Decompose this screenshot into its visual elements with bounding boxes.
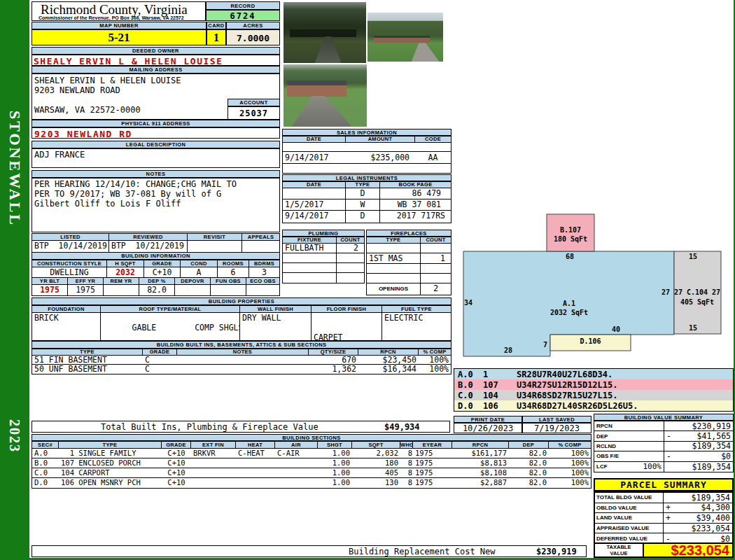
bi-row-comp: 100% xyxy=(419,365,451,374)
rooms-header: ROOMS xyxy=(218,260,249,267)
sqft-cell: 2,032 xyxy=(352,449,400,458)
fireplace-type xyxy=(367,264,421,274)
vs-value: $41,565 xyxy=(671,431,731,441)
dep-cell: 82.0 xyxy=(509,478,549,488)
dep-header: DEP % xyxy=(139,278,175,285)
hsqft-header: H SQFT xyxy=(107,260,144,267)
li-book-header: BOOK PAGE xyxy=(380,182,451,188)
bi-row-grade: C xyxy=(143,365,177,374)
revisit-value xyxy=(188,241,242,252)
plumbing-fixture-header: FIXTURE xyxy=(283,237,337,244)
built-ins-total-box: Total Built Ins, Plumbing & Fireplace Va… xyxy=(31,421,450,433)
replacement-cost-box: Building Replacement Cost New $230,919 xyxy=(31,545,587,557)
wall-finish-header: WALL FINISH xyxy=(240,306,312,313)
roof-type: GABLE xyxy=(132,323,157,332)
vs-value: $0 xyxy=(671,451,731,461)
notes-box: PER HEARING 12/14/10: CHANGE;CHG MAIL TO… xyxy=(31,178,280,232)
sketch-dim-68: 68 xyxy=(561,253,578,260)
fireplace-count xyxy=(421,244,451,253)
ps-value: $39,400 xyxy=(671,513,730,523)
openings-count: 2 xyxy=(421,284,451,295)
bi-notes-header: NOTES xyxy=(177,349,309,356)
bi-row-type: 51 FIN BASEMENT xyxy=(32,356,143,365)
map-number-label: MAP NUMBER xyxy=(31,22,206,29)
bi-row-type: 50 UNF BASEMENT xyxy=(32,365,143,374)
li-book: 2017 717RS xyxy=(380,211,451,223)
fuel-type-header: FUEL TYPE xyxy=(382,306,451,313)
property-photo-2[interactable] xyxy=(368,13,443,62)
sketch-c-label: 27 C.104 27 xyxy=(673,288,721,296)
ps-value: $4,300 xyxy=(671,503,730,513)
driveway-shape xyxy=(315,36,342,63)
grade-cell: C+10 xyxy=(162,468,191,478)
sketch-codes-list: A.0 1 SR28U7R40U27L68D34. B.0 107 U34R27… xyxy=(454,368,734,412)
shgt-header: SHGT xyxy=(318,442,352,449)
fireplace-count xyxy=(421,264,451,274)
mailing-address-label: MAILING ADDRESS xyxy=(31,66,280,74)
grade-value: C+10 xyxy=(144,267,181,278)
li-type-header: TYPE xyxy=(346,182,380,188)
notes-line-2: PER TO 9/2017; WB 37-081 By will of G xyxy=(34,189,221,199)
eyear-cell: 1975 xyxy=(413,449,452,458)
rpcn-cell: $161,177 xyxy=(452,449,509,458)
sketch-dim-27: 27 xyxy=(662,288,670,296)
physical-address-box: 9203 NEWLAND RD xyxy=(31,127,280,139)
fireplace-type-header: TYPE xyxy=(367,237,421,244)
sketch-dim-28: 28 xyxy=(500,346,517,354)
heat-cell xyxy=(236,468,275,478)
shgt-cell: 1.00 xyxy=(318,449,352,458)
sales-date-header: DATE xyxy=(283,136,346,143)
plumbing-fixture: FULLBATH xyxy=(283,244,337,253)
bi-row-grade: C xyxy=(143,356,177,365)
foundation-header: FOUNDATION xyxy=(32,306,101,313)
sketch-a-sqft: 2032 SqFt xyxy=(548,309,590,316)
building-sections-table: SEC# TYPE GRADE EXT FIN HEAT AIR SHGT SQ… xyxy=(31,441,592,489)
li-type: W xyxy=(346,200,380,211)
replacement-cost-value: $230,919 xyxy=(536,547,577,556)
notes-line-3: Gilbert Oliff to Lois F Oliff xyxy=(34,199,181,209)
vs-value: $189,354 xyxy=(666,462,731,472)
account-value-box: 25037 xyxy=(227,106,280,120)
code-num: 1 xyxy=(483,370,517,379)
hsqft-value: 2032 xyxy=(107,267,144,278)
legal-description: ADJ FRANCE xyxy=(34,150,85,160)
sketch-b-sqft: 180 SqFt xyxy=(547,235,594,243)
plumbing-fixture xyxy=(283,263,337,273)
roof-material: COMP SHGLS xyxy=(195,323,240,332)
plumbing-table: FIXTURE COUNT FULLBATH 2 xyxy=(282,237,365,284)
wall-finish-value: DRY WALL xyxy=(240,313,312,340)
sales-amount: $235,000 xyxy=(346,152,415,164)
code-vector: U34R27SU12R15D12L15. xyxy=(517,380,618,390)
plumbing-fixture xyxy=(283,273,337,283)
property-photo-1[interactable] xyxy=(284,2,366,63)
last-saved-value: 7/19/2023 xyxy=(522,423,592,433)
construction-style-header: CONSTRUCTION STYLE xyxy=(32,260,107,267)
effyr-header: EFF YR xyxy=(68,278,104,285)
vs-value: $230,919 xyxy=(666,421,731,431)
sketch-a-label: A.1 xyxy=(555,300,583,307)
whgt-cell: 8 xyxy=(400,478,413,488)
fireplaces-label: FIREPLACES xyxy=(366,230,451,237)
plumbing-count xyxy=(337,273,364,283)
plumbing-count-header: COUNT xyxy=(337,237,364,244)
property-photo-3[interactable] xyxy=(284,64,367,127)
code-vector: U34R68D27L40SR26D5L26U5. xyxy=(517,401,638,411)
bi-qty-header: QTY/SIZE xyxy=(309,349,358,356)
sketch-d-label: D.106 xyxy=(550,337,631,345)
vs-name: LCF xyxy=(596,463,608,470)
grade-header: GRADE xyxy=(144,260,181,267)
vs-op: - xyxy=(666,451,671,461)
type-cell: 106 OPEN MSNRY PCH xyxy=(59,478,162,488)
extfin-header: EXT FIN xyxy=(191,442,236,449)
print-date-label: PRINT DATE xyxy=(454,416,522,423)
roof-value: GABLECOMP SHGLS xyxy=(101,313,240,340)
map-number-value: 5-21 xyxy=(31,29,206,46)
sec-cell: C.0 xyxy=(32,468,59,478)
vs-op: - xyxy=(666,431,671,441)
reviewed-value: BTP 10/21/2019 xyxy=(109,241,188,252)
sales-information-label: SALES INFORMATION xyxy=(282,129,451,136)
plumbing-fixture xyxy=(283,253,337,263)
remyr-header: REM YR xyxy=(104,278,139,285)
sec-cell: D.0 xyxy=(32,478,59,488)
notes-line-1: PER HEARING 12/14/10: CHANGE;CHG MAIL TO xyxy=(34,179,237,189)
